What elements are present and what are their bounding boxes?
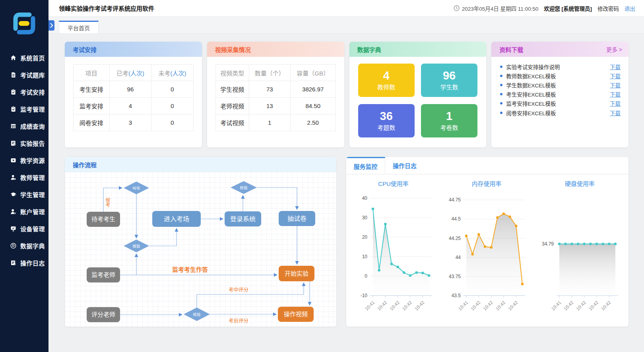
card-title: 操作流程 [73, 161, 97, 169]
row-label: 学生视频 [215, 81, 249, 98]
card-data-dictionary: 数据字典 4 教师数 96 学生数 36 考题数 [349, 42, 487, 147]
download-link[interactable]: 下载 [610, 99, 621, 107]
flow-node-waiting: 待考考生 [87, 212, 120, 227]
download-item-label: 阅卷安排EXCEL模板 [506, 109, 610, 117]
row-label: 考生安排 [74, 81, 110, 98]
sidebar-item-label: 数据字典 [20, 242, 45, 250]
sidebar-item-question-bank[interactable]: 考试题库 [0, 66, 48, 83]
change-password-link[interactable]: 修改密码 [597, 4, 619, 12]
sidebar-item-invigilation[interactable]: 监考管理 [0, 101, 48, 118]
document-icon [10, 72, 17, 78]
card-title: 数据字典 [357, 45, 381, 54]
done-count-link[interactable]: 96 [109, 81, 151, 98]
sidebar-item-exam-schedule[interactable]: 考试安排 [0, 83, 48, 101]
list-item: 监考安排EXCEL模板 下载 [500, 99, 621, 108]
download-item-label: 监考安排EXCEL模板 [506, 99, 610, 107]
svg-text:开始实验: 开始实验 [285, 270, 308, 277]
svg-text:10:42: 10:42 [469, 300, 481, 311]
flow-node-invigilator: 监考老师 [87, 267, 120, 282]
sidebar-item-label: 账户管理 [20, 207, 45, 216]
tile-value: 1 [446, 110, 452, 122]
sidebar-item-system-home[interactable]: 系统首页 [0, 49, 48, 66]
sidebar-item-student-mgmt[interactable]: 学生管理 [0, 186, 48, 203]
tile-label: 教师数 [377, 83, 395, 91]
sidebar-item-label: 学生管理 [20, 190, 45, 199]
column-header: 项目 [74, 65, 110, 81]
table-row: 阅卷安排 3 0 [74, 114, 194, 131]
sidebar-item-account-mgmt[interactable]: 账户管理 [0, 203, 48, 220]
svg-text:评分老师: 评分老师 [91, 311, 115, 318]
svg-text:监考老师: 监考老师 [91, 271, 115, 278]
size-cell: 84.50 [290, 98, 336, 114]
svg-text:抽试卷: 抽试卷 [287, 215, 306, 222]
todo-count-link[interactable]: 0 [151, 81, 194, 98]
tab-label: 服务监控 [353, 162, 377, 170]
tab-label: 操作日志 [393, 161, 417, 170]
svg-text:30: 30 [362, 215, 368, 220]
chart-title: 硬盘使用率 [537, 179, 622, 188]
svg-text:10:42: 10:42 [389, 300, 400, 311]
main-content: 考试安排 项目 已考(人次) 未考(人次) 考生安排 [48, 34, 644, 352]
bullet-icon [500, 66, 502, 68]
size-cell: 2.50 [290, 114, 336, 131]
card-exam-schedule: 考试安排 项目 已考(人次) 未考(人次) 考生安排 [65, 42, 202, 147]
tile-label: 考题数 [377, 123, 395, 132]
sidebar-item-label: 设备管理 [20, 224, 45, 233]
logout-link[interactable]: 退出 [625, 4, 635, 12]
todo-count-link[interactable]: 0 [151, 98, 194, 114]
user-gear-icon [10, 208, 17, 215]
clipboard-check-icon [10, 106, 17, 112]
chart-cpu-usage: CPU使用率 403020100-1010:4110:4210:4210:421… [351, 174, 436, 327]
sidebar-item-label: 考试安排 [20, 88, 45, 96]
sidebar-item-operation-log[interactable]: 操作日志 [0, 254, 48, 271]
size-cell: 3826.97 [290, 81, 336, 98]
sidebar-collapse-button[interactable] [48, 20, 54, 31]
tile-value: 96 [443, 70, 456, 81]
column-header: 数量（个） [249, 65, 290, 81]
download-link[interactable]: 下载 [610, 72, 621, 80]
chart-title: CPU使用率 [351, 179, 436, 188]
tab-service-monitor[interactable]: 服务监控 [346, 157, 385, 174]
download-link[interactable]: 下载 [610, 63, 621, 71]
edge-label: 候考 [105, 197, 110, 207]
tab-platform-home[interactable]: 平台首页 [59, 21, 99, 33]
video-capture-table: 视频类型 数量（个） 容量（GB） 学生视频 73 3826.97 [215, 64, 336, 131]
done-count-link[interactable]: 3 [109, 114, 151, 131]
bullet-icon [500, 93, 502, 95]
flow-node-call: 叫号 [124, 182, 149, 194]
sidebar-item-score-query[interactable]: 成绩查询 [0, 118, 48, 135]
tab-operation-log[interactable]: 操作日志 [385, 157, 424, 174]
table-row: 监考安排 4 0 [74, 98, 194, 114]
flow-node-grader: 评分老师 [87, 307, 120, 322]
app-root: 系统首页 考试题库 考试安排 监考管理 成绩查询 实验报告 [0, 0, 644, 352]
row-label: 阅卷安排 [74, 114, 110, 131]
sidebar-item-label: 操作日志 [20, 259, 45, 267]
svg-text:D: D [12, 244, 14, 248]
sidebar-item-teaching-resources[interactable]: 教学资源 [0, 152, 48, 169]
card-title: 资料下载 [499, 45, 523, 54]
card-title: 视频采集情况 [215, 45, 251, 54]
tile-label: 学生数 [440, 83, 458, 91]
more-link[interactable]: 更多 > [606, 45, 622, 53]
teacher-icon [10, 174, 17, 181]
sidebar-item-device-mgmt[interactable]: 设备管理 [0, 220, 48, 237]
table-icon [10, 123, 17, 130]
svg-text:44.75: 44.75 [448, 197, 460, 203]
column-header: 未考(人次) [151, 65, 194, 81]
sidebar-item-data-dictionary[interactable]: D 数据字典 [0, 237, 48, 254]
svg-text:10:42: 10:42 [414, 300, 425, 311]
chart-disk-usage: 硬盘使用率 34.7910:4110:4210:4210:4210:42 [537, 174, 622, 327]
todo-count-link[interactable]: 0 [151, 114, 194, 131]
tile-label: 考卷数 [440, 123, 458, 132]
download-link[interactable]: 下载 [610, 90, 621, 98]
sidebar-item-lab-report[interactable]: 实验报告 [0, 135, 48, 152]
flow-node-start: 开始实验 [279, 266, 314, 281]
download-link[interactable]: 下载 [610, 81, 621, 89]
sidebar-item-teacher-mgmt[interactable]: 教师管理 [0, 169, 48, 186]
download-link[interactable]: 下载 [610, 109, 621, 117]
list-item: 学生数据EXCEL模板 下载 [500, 80, 621, 89]
done-count-link[interactable]: 4 [109, 98, 151, 114]
video-icon [10, 157, 17, 164]
svg-text:44.25: 44.25 [448, 236, 460, 241]
device-icon [10, 225, 17, 232]
